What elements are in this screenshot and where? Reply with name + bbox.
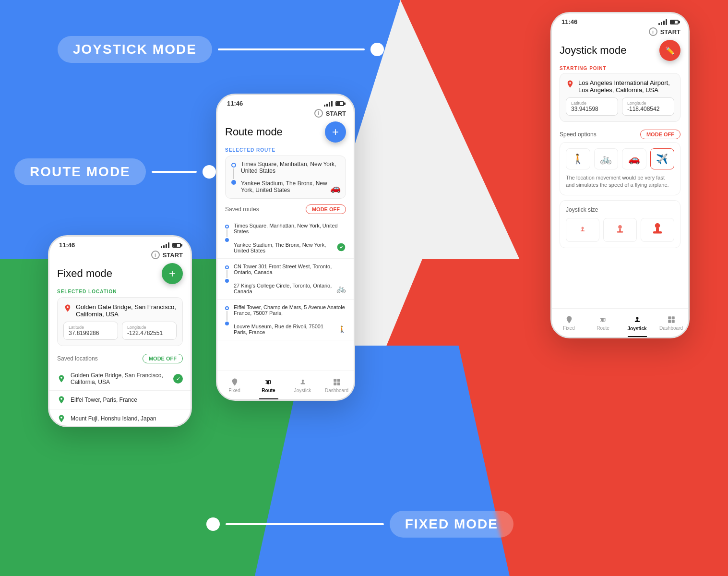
- svg-rect-4: [334, 379, 336, 382]
- joystick-mode-text: JOYSTICK MODE: [58, 36, 212, 63]
- svg-point-1: [301, 379, 304, 382]
- info-icon-fixed: i: [151, 251, 160, 259]
- check-svg-1: [336, 242, 346, 252]
- route-mode-text: ROUTE MODE: [14, 158, 146, 185]
- lat-lon-row-fixed: Latitude 37.8199286 Longitude -122.47825…: [63, 322, 177, 340]
- time-joystick: 11:46: [561, 18, 577, 25]
- nav-fixed-label-j: Fixed: [563, 325, 574, 331]
- svg-rect-19: [635, 321, 640, 322]
- nav-fixed-joystick[interactable]: Fixed: [552, 309, 586, 337]
- route-car-icon: 🚗: [330, 183, 341, 193]
- speed-plane[interactable]: ✈️: [650, 148, 675, 169]
- longitude-box-fixed: Longitude -122.4782551: [122, 322, 177, 340]
- nav-route-joystick[interactable]: Route: [586, 309, 620, 337]
- fixed-mode-label: FIXED MODE: [206, 511, 513, 538]
- saved-item-1[interactable]: Golden Gate Bridge, San Francisco, Calif…: [49, 367, 191, 391]
- starting-point-label: STARTING POINT: [552, 66, 688, 73]
- battery-route: [335, 101, 344, 106]
- pin-icon-joystick: [566, 80, 574, 88]
- start-button-route[interactable]: i START: [314, 109, 346, 118]
- nav-dashboard-label-j: Dashboard: [659, 325, 683, 331]
- mode-off-btn-route[interactable]: MODE OFF: [306, 204, 346, 214]
- nav-joystick-route[interactable]: Joystick: [286, 371, 320, 399]
- joystick-small[interactable]: [566, 218, 599, 242]
- route-line-icons: [231, 161, 236, 193]
- joystick-icons-row: [566, 218, 674, 242]
- speed-walk[interactable]: 🚶: [566, 148, 590, 169]
- route-mode-dot: [203, 165, 216, 179]
- route-mode-phone-title: Route mode: [225, 126, 283, 138]
- route-item-1-from: Times Square, Manhattan, New York, Unite…: [234, 223, 346, 234]
- dot-end-1: [225, 238, 229, 242]
- bike-icon-route-2: 🚲: [336, 284, 346, 293]
- svg-rect-16: [653, 231, 662, 234]
- nav-route-icon-j: [599, 315, 608, 324]
- speed-car[interactable]: 🚗: [622, 148, 646, 169]
- saved-route-1[interactable]: Times Square, Manhattan, New York, Unite…: [217, 218, 354, 259]
- route-mode-label: ROUTE MODE: [14, 158, 216, 185]
- start-button-fixed[interactable]: i START: [151, 251, 183, 259]
- saved-item-2[interactable]: Eiffel Tower, Paris, France: [49, 391, 191, 409]
- joystick-size-label: Joystick size: [566, 206, 674, 213]
- time-route: 11:46: [227, 100, 243, 107]
- start-button-joystick[interactable]: i START: [649, 27, 680, 36]
- joystick-medium[interactable]: [603, 218, 637, 242]
- route-item-1-stops: Times Square, Manhattan, New York, Unite…: [225, 223, 346, 253]
- saved-route-2[interactable]: CN Tower 301 Front Street West, Toronto,…: [217, 259, 354, 300]
- phone-notch-joystick: [591, 13, 649, 25]
- info-icon-route: i: [314, 109, 323, 118]
- route-item-3-content: Eiffel Tower, Champ de Mars, 5 Avenue An…: [234, 304, 346, 335]
- nav-joystick-joystick[interactable]: Joystick: [620, 309, 654, 337]
- saved-route-3[interactable]: Eiffel Tower, Champ de Mars, 5 Avenue An…: [217, 300, 354, 340]
- line-1: [227, 229, 227, 237]
- joystick-mode-dot: [370, 43, 384, 56]
- fixed-mode-text: FIXED MODE: [390, 511, 513, 538]
- walk-icon-route-3: 🚶: [338, 325, 346, 333]
- joystick-medium-icon: [613, 223, 627, 237]
- joystick-large-icon: [649, 221, 666, 239]
- fab-fixed[interactable]: +: [162, 263, 183, 284]
- route-dot-start: [231, 163, 236, 168]
- joystick-size-card: Joystick size: [560, 200, 680, 248]
- phone-notch-route: [257, 95, 314, 107]
- fab-route[interactable]: +: [325, 121, 346, 143]
- speed-bike[interactable]: 🚲: [594, 148, 619, 169]
- route-mode-line: [152, 171, 197, 173]
- mode-off-btn-joystick[interactable]: MODE OFF: [640, 130, 680, 139]
- latitude-box-joystick: Latitude 33.941598: [566, 97, 618, 116]
- dot-start-3: [225, 306, 229, 310]
- speed-options-header: Speed options MODE OFF: [552, 128, 688, 142]
- nav-dashboard-label-route: Dashboard: [325, 388, 348, 393]
- nav-active-indicator-j: [628, 336, 647, 337]
- nav-fixed-label-route: Fixed: [228, 388, 240, 393]
- pin-icon-1: [57, 374, 66, 383]
- nav-dashboard-route[interactable]: Dashboard: [320, 371, 354, 399]
- app-header-fixed: i START: [49, 251, 191, 263]
- nav-dashboard-joystick[interactable]: Dashboard: [654, 309, 688, 337]
- joystick-large[interactable]: [641, 218, 674, 242]
- route-item-1-content: Times Square, Manhattan, New York, Unite…: [234, 223, 346, 253]
- pin-icon-3: [57, 414, 66, 423]
- nav-route-route[interactable]: Route: [251, 371, 286, 399]
- line-3: [227, 311, 227, 321]
- saved-item-3[interactable]: Mount Fuji, Honshu Island, Japan: [49, 409, 191, 427]
- fab-joystick[interactable]: ✏️: [659, 40, 680, 61]
- dot-end-2: [225, 279, 229, 283]
- route-vert-line: [233, 168, 234, 179]
- nav-joystick-label-j: Joystick: [627, 326, 646, 331]
- status-icons-fixed: [161, 242, 181, 248]
- nav-dashboard-icon-route: [333, 378, 341, 386]
- fixed-mode-phone: 11:46 i START Fixed mode + SELECTED LOCA…: [48, 235, 192, 427]
- signal-route: [324, 101, 333, 107]
- app-header-joystick: i START: [552, 27, 688, 40]
- location-name-fixed: Golden Gate Bridge, San Francisco, Calif…: [63, 303, 177, 318]
- mode-off-btn-fixed[interactable]: MODE OFF: [143, 354, 183, 363]
- nav-fixed-route[interactable]: Fixed: [217, 371, 251, 399]
- svg-rect-13: [617, 231, 623, 232]
- nav-route-icon: [264, 378, 273, 386]
- lat-lon-row-joystick: Latitude 33.941598 Longitude -118.408542: [566, 97, 674, 116]
- fixed-mode-dot: [206, 517, 220, 531]
- pin-icon-fixed: [63, 304, 72, 312]
- nav-joystick-icon: [298, 378, 307, 386]
- selected-route-label: SELECTED ROUTE: [217, 147, 354, 156]
